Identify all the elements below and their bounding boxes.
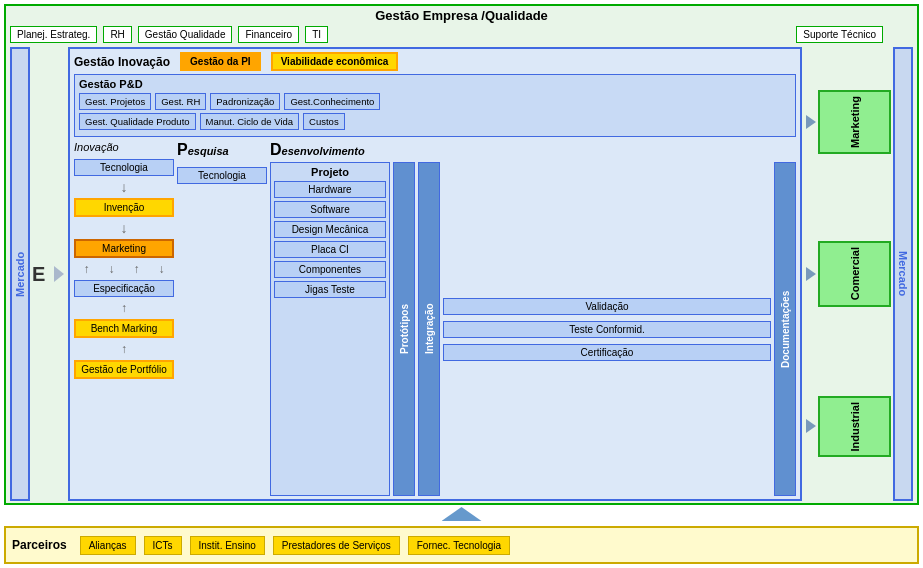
prototipos-box: Protótipos (393, 162, 415, 496)
invencao-box: Invenção (74, 198, 174, 217)
parceiros-icts: ICTs (144, 536, 182, 555)
mgmt-financeiro: Financeiro (238, 26, 299, 43)
validacao-box: Validação (443, 298, 771, 315)
pd-manut-ciclo: Manut. Ciclo de Vida (200, 113, 300, 130)
left-arrow-icon (54, 266, 64, 282)
up-arrow-container (4, 507, 919, 521)
parceiros-instit-ensino: Instit. Ensino (190, 536, 265, 555)
pd-gest-conhecimento: Gest.Conhecimento (284, 93, 380, 110)
mercado-right-strip: Mercado (893, 47, 913, 501)
marketing-row: Marketing (806, 47, 891, 196)
top-management-bar: Planej. Estrateg. RH Gestão Qualidade Fi… (10, 26, 913, 43)
gestao-portfolio-box: Gestão de Portfólio (74, 360, 174, 379)
projeto-jigas-teste: Jigas Teste (274, 281, 386, 298)
pesquisa-col: Pesquisa Tecnologia (177, 141, 267, 496)
gestao-inovacao-box: Gestão Inovação Gestão da PI Viabilidade… (68, 47, 802, 501)
pd-gest-qualidade-produto: Gest. Qualidade Produto (79, 113, 196, 130)
gestao-empresa-title: Gestão Empresa /Qualidade (10, 8, 913, 23)
up-arrow-icon (442, 507, 482, 521)
right-industrial-box: Industrial (818, 396, 891, 458)
arrow-down-1: ↓ (74, 180, 174, 194)
arrow-up-2: ↑ (74, 342, 174, 356)
projeto-software: Software (274, 201, 386, 218)
arrows-row: ↑↓↑↓ (74, 262, 174, 276)
projeto-hardware: Hardware (274, 181, 386, 198)
bench-marking-box: Bench Marking (74, 319, 174, 338)
integracao-box: Integração (418, 162, 440, 496)
pd-gest-projetos: Gest. Projetos (79, 93, 151, 110)
parceiros-prestadores: Prestadores de Serviços (273, 536, 400, 555)
comercial-arrow-icon (806, 267, 816, 281)
parceiros-label: Parceiros (12, 538, 67, 552)
inovacao-label: Inovação (74, 141, 174, 153)
pd-custos: Custos (303, 113, 345, 130)
desenvolvimento-d: D (270, 141, 282, 158)
mgmt-suporte: Suporte Técnico (796, 26, 883, 43)
desenvolvimento-area: Desenvolvimento Projeto Hardware Softwar… (270, 141, 796, 496)
inovacao-col: Inovação Tecnologia ↓ Invenção ↓ Marketi… (74, 141, 174, 496)
industrial-row: Industrial (806, 352, 891, 501)
projeto-componentes: Componentes (274, 261, 386, 278)
parceiros-aliancas: Alianças (80, 536, 136, 555)
tecnologia-box: Tecnologia (74, 159, 174, 176)
projeto-placa-ci: Placa CI (274, 241, 386, 258)
e-label-container: E (32, 47, 50, 501)
pesquisa-suffix: esquisa (188, 145, 229, 157)
pd-row-2: Gest. Qualidade Produto Manut. Ciclo de … (79, 113, 791, 130)
dev-content: Projeto Hardware Software Design Mecânic… (270, 162, 796, 496)
marketing-box: Marketing (74, 239, 174, 258)
viabilidade-box: Viabilidade econômica (271, 52, 399, 71)
pd-row-1: Gest. Projetos Gest. RH Padronização Ges… (79, 93, 791, 110)
mgmt-rh: RH (103, 26, 131, 43)
right-comercial-box: Comercial (818, 241, 891, 306)
gestao-inovacao-title-row: Gestão Inovação Gestão da PI Viabilidade… (74, 52, 796, 71)
gestao-pd-box: Gestão P&D Gest. Projetos Gest. RH Padro… (74, 74, 796, 137)
main-inner: Mercado E Gestão Inovação Gestão da PI V… (10, 47, 913, 501)
certificacao-box: Certificação (443, 344, 771, 361)
desenvolvimento-title: Desenvolvimento (270, 141, 796, 159)
pd-padronizacao: Padronização (210, 93, 280, 110)
tecnologia-pesquisa-box: Tecnologia (177, 167, 267, 184)
mgmt-gestao-qualidade: Gestão Qualidade (138, 26, 233, 43)
arrow-up-1: ↑ (74, 301, 174, 315)
validation-area: Validação Teste Conformid. Certificação (443, 162, 771, 496)
projeto-box: Projeto Hardware Software Design Mecânic… (270, 162, 390, 496)
documentacoes-box: Documentações (774, 162, 796, 496)
comercial-row: Comercial (806, 199, 891, 348)
projeto-title: Projeto (274, 166, 386, 178)
e-label: E (32, 263, 45, 286)
outer-wrapper: Gestão Empresa /Qualidade Planej. Estrat… (0, 0, 923, 568)
especificacao-box: Especificação (74, 280, 174, 297)
marketing-arrow-icon (806, 115, 816, 129)
arrow-down-2: ↓ (74, 221, 174, 235)
parceiros-fornec-tecnologia: Fornec. Tecnologia (408, 536, 510, 555)
mgmt-planej: Planej. Estrateg. (10, 26, 97, 43)
pesquisa-p: P (177, 141, 188, 158)
gestao-empresa-box: Gestão Empresa /Qualidade Planej. Estrat… (4, 4, 919, 505)
teste-conformid-box: Teste Conformid. (443, 321, 771, 338)
desenvolvimento-suffix: esenvolvimento (282, 145, 365, 157)
right-marketing-box: Marketing (818, 90, 891, 154)
right-boxes-col: Marketing Comercial Industrial (806, 47, 891, 501)
gestao-pd-title: Gestão P&D (79, 78, 791, 90)
mercado-left-strip: Mercado (10, 47, 30, 501)
industrial-arrow-icon (806, 419, 816, 433)
left-arrow (54, 47, 64, 501)
mgmt-ti: TI (305, 26, 328, 43)
pi-box: Gestão da PI (180, 52, 261, 71)
pesquisa-title: Pesquisa (177, 141, 267, 159)
parceiros-bar: Parceiros Alianças ICTs Instit. Ensino P… (4, 526, 919, 564)
middle-section: Inovação Tecnologia ↓ Invenção ↓ Marketi… (74, 141, 796, 496)
projeto-design-mecanica: Design Mecânica (274, 221, 386, 238)
pd-gest-rh: Gest. RH (155, 93, 206, 110)
